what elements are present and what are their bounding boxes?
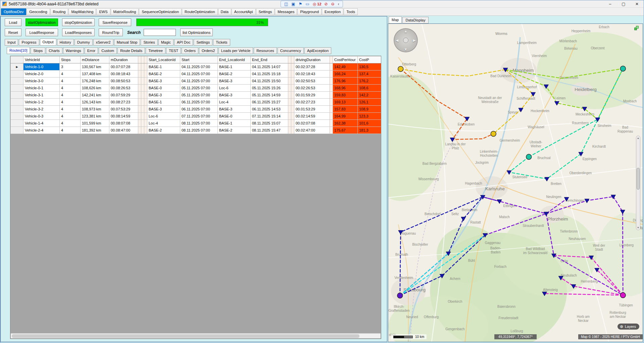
cell-endLocationId[interactable]: BASE-1 <box>218 63 251 70</box>
tab-test[interactable]: TEST <box>166 47 181 54</box>
table-row[interactable]: Vehicle-3-04176,248 km00.08:50:53BASE-30… <box>11 78 382 85</box>
cell-drivingDuration[interactable]: 00.02:07:08 <box>294 120 330 127</box>
record-count-icon[interactable]: ◎ <box>313 1 316 7</box>
table-row[interactable]: ▶Vehicle-1-03130,567 km00.07:07:28BASE-1… <box>11 63 382 70</box>
cell-mDuration[interactable]: 00.08:07:08 <box>109 120 138 127</box>
zoom-in-icon[interactable]: ▲ <box>636 137 640 140</box>
menu-item-exception[interactable]: Exception <box>322 8 343 15</box>
cell-endEnd[interactable]: 08.11.2025 15:47 <box>251 127 288 134</box>
cell-costPer2[interactable]: 181,3 <box>358 127 382 134</box>
zoom-slider[interactable]: ▲ ▼ <box>636 136 640 230</box>
cell-endEnd[interactable]: 08.11.2025 15:07 <box>251 120 288 127</box>
route-navy-2[interactable] <box>400 197 483 296</box>
cell-mDuration[interactable]: 00.08:14:59 <box>109 113 138 120</box>
table-row[interactable]: Vehicle-1-44101,599 km00.08:07:08Loc-408… <box>11 120 382 127</box>
stop-marker[interactable] <box>461 217 466 221</box>
cell-mDuration[interactable]: 00.08:50:53 <box>109 78 138 85</box>
col-header-end-locationid[interactable]: End_LocationId <box>218 56 251 63</box>
maximize-button[interactable]: ▢ <box>617 0 630 7</box>
tab-tickets[interactable]: Tickets <box>213 39 230 46</box>
cell-stops[interactable]: 4 <box>60 85 81 92</box>
cell-drivingDuration[interactable]: 00.02:14:59 <box>294 113 330 120</box>
cell-vehicleId[interactable]: Vehicle-3-1 <box>23 92 60 99</box>
row-selector[interactable] <box>11 113 23 120</box>
tab-input[interactable]: Input <box>5 39 18 46</box>
cell-costPerHour[interactable]: 166,24 <box>333 70 358 78</box>
cell-costPer2[interactable]: 108,6 <box>358 85 382 92</box>
cell-endEnd[interactable]: 05.11.2025 14:59 <box>251 92 288 99</box>
route-purple-3[interactable] <box>546 214 623 295</box>
cell-mDistance[interactable]: 130,567 km <box>81 63 109 70</box>
route-yellow-2[interactable] <box>493 69 533 134</box>
row-selector[interactable] <box>11 92 23 99</box>
tab-concurrency[interactable]: Concurrency <box>278 47 304 54</box>
pan-up-icon[interactable]: ▲ <box>404 29 408 33</box>
depot-marker-magenta-southeast[interactable] <box>620 293 626 298</box>
cell-costPer2[interactable]: 101,6 <box>358 120 382 127</box>
table-row[interactable]: Vehicle-0-34123,381 km00.08:14:59Loc-607… <box>11 113 382 120</box>
cell-endLocationId[interactable]: BASE-3 <box>218 92 251 99</box>
depot-marker-yellow-germersheim[interactable] <box>491 131 496 137</box>
cell-endLocationId[interactable]: Loc-4 <box>218 99 251 106</box>
route-cyan-1[interactable] <box>400 235 485 295</box>
cell-costPer2[interactable]: 176,2 <box>358 78 382 85</box>
cell-endEnd[interactable]: 04.11.2025 15:18 <box>251 70 288 78</box>
cell-start[interactable]: 08.11.2025 07:00 <box>180 127 218 134</box>
cell-endLocationId[interactable]: BASE-1 <box>218 120 251 127</box>
stop-optimization-button[interactable]: stopOptimization <box>62 18 95 26</box>
menu-item-geocoding[interactable]: Geocoding <box>27 8 50 15</box>
menu-item-tools[interactable]: Tools <box>344 8 358 15</box>
cell-startLocationId[interactable]: Loc-6 <box>147 113 180 120</box>
start-optimization-button[interactable]: startOptimization <box>26 18 58 26</box>
col-header-stops[interactable]: Stops <box>60 56 81 63</box>
row-selector[interactable] <box>11 85 23 92</box>
cell-costPerHour[interactable]: 176,96 <box>333 78 358 85</box>
cell-startLocationId[interactable]: BASE-1 <box>147 99 180 106</box>
cell-mDistance[interactable]: 123,381 km <box>81 113 109 120</box>
depot-marker-violet-strasbourg[interactable] <box>397 293 403 298</box>
cell-vehicleId[interactable]: Vehicle-1-4 <box>23 120 60 127</box>
cell-costPerHour[interactable]: 168,96 <box>333 85 358 92</box>
row-selector[interactable] <box>11 120 23 127</box>
cell-costPer2[interactable]: 142,2 <box>358 92 382 99</box>
table-row[interactable]: Vehicle-3-24108,973 km00.07:53:29BASE-30… <box>11 106 382 113</box>
cell-costPer2[interactable]: 123,3 <box>358 113 382 120</box>
stop-marker[interactable] <box>518 108 523 112</box>
cell-start[interactable]: 07.11.2025 07:00 <box>180 113 218 120</box>
block-icon[interactable]: ⊘ <box>325 1 328 7</box>
depot-marker-teal-northeast[interactable] <box>620 66 626 71</box>
map-tab-datadisplay[interactable]: DataDisplay <box>402 17 428 23</box>
stop-marker[interactable] <box>564 197 569 201</box>
round-trip-button[interactable]: RoundTrip <box>99 29 123 36</box>
cell-drivingDuration[interactable]: 00.02:26:53 <box>294 85 330 92</box>
tab-orders2[interactable]: Orders2 <box>199 47 218 54</box>
cell-mDistance[interactable]: 126,143 km <box>81 99 109 106</box>
cell-mDuration[interactable]: 00.07:53:29 <box>109 106 138 113</box>
cell-endEnd[interactable]: 05.11.2025 15:26 <box>251 85 288 92</box>
cell-stops[interactable]: 4 <box>60 120 81 127</box>
cell-mDuration[interactable]: 00.08:27:23 <box>109 99 138 106</box>
cell-mDistance[interactable]: 181,392 km <box>81 127 109 134</box>
cell-mDistance[interactable]: 142,241 km <box>81 92 109 99</box>
tab-xserver2[interactable]: xServer2 <box>93 39 113 46</box>
row-selector[interactable]: ▶ <box>11 63 23 70</box>
cell-mDistance[interactable]: 137,408 km <box>81 70 109 78</box>
stop-marker[interactable] <box>595 118 600 122</box>
route-teal-2[interactable] <box>529 119 598 157</box>
close-button[interactable]: ✕ <box>630 0 644 7</box>
tab-dummy[interactable]: Dummy <box>75 39 93 46</box>
cell-stops[interactable]: 4 <box>60 92 81 99</box>
menu-item-matrixrouting[interactable]: MatrixRouting <box>111 8 139 15</box>
menu-item-routeoptimization[interactable]: RouteOptimization <box>182 8 218 15</box>
cell-vehicleId[interactable]: Vehicle-0-3 <box>23 113 60 120</box>
stop-marker[interactable] <box>558 276 563 280</box>
cell-vehicleId[interactable]: Vehicle-0-1 <box>23 85 60 92</box>
cell-endEnd[interactable]: 04.11.2025 15:50 <box>251 78 288 85</box>
cell-costPerHour[interactable]: 159,83 <box>333 92 358 99</box>
save-response-button[interactable]: SaveResponse <box>99 18 131 26</box>
cell-endLocationId[interactable]: Loc-6 <box>218 85 251 92</box>
cell-mDuration[interactable]: 00.08:18:43 <box>109 70 138 78</box>
route-lime-2[interactable] <box>505 68 623 119</box>
cell-endLocationId[interactable]: BASE-0 <box>218 113 251 120</box>
table-row[interactable]: Vehicle-2-04137,408 km00.08:18:43BASE-20… <box>11 70 382 78</box>
